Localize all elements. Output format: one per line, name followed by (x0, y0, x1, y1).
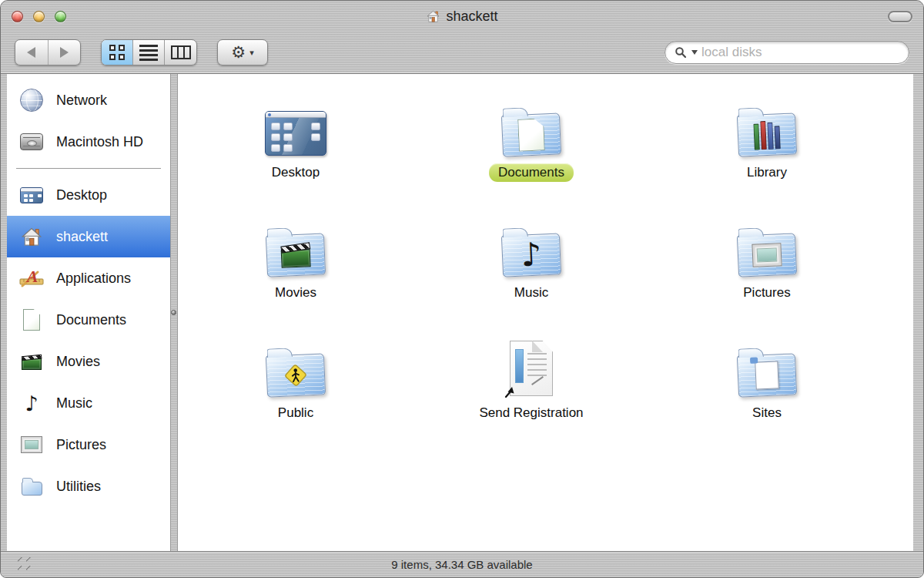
window-title-area: shackett (1, 1, 923, 32)
file-item-sites[interactable]: Sites (649, 325, 885, 445)
file-item-desktop[interactable]: Desktop (178, 85, 413, 205)
file-item-music[interactable]: ♪ Music (413, 205, 649, 325)
title-bar[interactable]: shackett (1, 1, 923, 32)
resize-grip-icon[interactable] (18, 557, 32, 571)
books-icon (753, 120, 781, 150)
back-button[interactable] (15, 40, 49, 65)
back-arrow-icon (27, 47, 35, 58)
icon-view-button[interactable] (102, 40, 133, 65)
movies-clapper-icon (22, 354, 42, 370)
file-item-public[interactable]: Public (178, 325, 413, 445)
file-item-library[interactable]: Library (649, 85, 885, 205)
sidebar-item-desktop[interactable]: Desktop (7, 174, 170, 216)
sidebar-item-shackett[interactable]: shackett (7, 216, 170, 257)
sidebar-item-label: Macintosh HD (56, 134, 143, 150)
pictures-frame-icon (21, 436, 42, 453)
list-view-button[interactable] (133, 40, 165, 65)
forward-button[interactable] (49, 40, 81, 65)
pedestrian-sign-icon (280, 359, 312, 391)
file-item-label-highlighted: Documents (489, 163, 574, 182)
file-item-label: Library (738, 163, 796, 182)
left-frame (1, 74, 7, 551)
file-item-label: Desktop (263, 163, 329, 182)
sidebar-item-movies[interactable]: Movies (7, 341, 170, 382)
icon-view-icon (109, 45, 125, 60)
desktop-mini-icon (20, 187, 43, 203)
column-view-button[interactable] (165, 40, 196, 65)
action-menu-button[interactable]: ⚙ ▾ (217, 39, 268, 66)
documents-folder-icon (501, 113, 561, 156)
window-title: shackett (446, 8, 497, 25)
sidebar-item-label: Applications (56, 271, 131, 287)
file-item-label: Pictures (734, 284, 799, 302)
sidebar-item-pictures[interactable]: Pictures (7, 424, 170, 465)
search-input[interactable] (701, 45, 899, 60)
close-button[interactable] (12, 11, 23, 22)
file-item-movies[interactable]: Movies (178, 205, 413, 325)
icon-view-content: Desktop Documents Library (178, 74, 913, 551)
sidebar-item-label: Desktop (56, 187, 107, 203)
window-body: Network Macintosh HD Desktop (1, 74, 923, 551)
file-item-label: Sites (743, 404, 791, 422)
home-icon (20, 226, 43, 247)
file-item-label: Music (505, 284, 557, 302)
sidebar: Network Macintosh HD Desktop (7, 74, 170, 551)
sidebar-item-utilities[interactable]: Utilities (7, 465, 170, 507)
folder-icon (22, 482, 42, 496)
file-item-send-registration[interactable]: Send Registration (413, 325, 649, 445)
file-item-label: Send Registration (470, 404, 592, 422)
sidebar-divider (16, 168, 161, 169)
music-note-icon: ♪ (25, 393, 38, 414)
applications-icon: A (19, 267, 44, 289)
sidebar-item-label: Network (56, 92, 107, 109)
document-icon (517, 118, 545, 151)
network-globe-icon (20, 89, 43, 112)
pictures-folder-icon (737, 233, 797, 277)
forward-arrow-icon (60, 47, 69, 58)
navigation-buttons (15, 39, 81, 66)
library-folder-icon (737, 113, 797, 156)
webpage-icon (755, 361, 779, 389)
right-frame (913, 74, 923, 551)
file-item-label: Public (269, 404, 323, 422)
gear-icon: ⚙ (231, 45, 246, 61)
caret-down-icon: ▾ (249, 48, 254, 58)
search-field[interactable] (665, 41, 909, 64)
sidebar-item-documents[interactable]: Documents (7, 299, 170, 341)
view-mode-switcher (101, 39, 197, 66)
magnifier-icon (675, 46, 688, 59)
svg-text:A: A (25, 267, 38, 286)
sidebar-item-network[interactable]: Network (7, 79, 170, 121)
sidebar-item-label: Music (56, 395, 92, 412)
toolbar: ⚙ ▾ (1, 32, 923, 74)
sites-folder-icon (737, 353, 797, 397)
zoom-button[interactable] (55, 11, 66, 22)
home-icon (426, 9, 440, 23)
sidebar-item-label: Pictures (56, 437, 106, 453)
window-controls (12, 11, 66, 22)
sidebar-item-applications[interactable]: A Applications (7, 257, 170, 299)
cursor-arrow-icon (504, 385, 516, 398)
search-scope-caret-icon (691, 50, 698, 55)
sidebar-item-label: Movies (56, 354, 100, 370)
document-icon (23, 309, 40, 331)
music-folder-icon: ♪ (501, 233, 561, 277)
music-note-icon: ♪ (521, 238, 543, 271)
minimize-button[interactable] (33, 11, 45, 22)
sidebar-splitter[interactable] (170, 74, 178, 551)
desktop-icon (265, 111, 326, 156)
sidebar-item-music[interactable]: ♪ Music (7, 382, 170, 424)
column-view-icon (171, 45, 191, 59)
send-registration-file-icon (510, 341, 553, 396)
splitter-knob-icon (171, 310, 176, 315)
sidebar-item-label: shackett (56, 229, 108, 245)
toolbar-toggle-button[interactable] (888, 11, 912, 22)
public-folder-icon (266, 353, 326, 397)
file-item-documents[interactable]: Documents (413, 85, 649, 205)
pictures-frame-icon (752, 243, 782, 267)
file-item-pictures[interactable]: Pictures (649, 205, 885, 325)
finder-window: shackett ⚙ ▾ (0, 0, 924, 578)
hard-drive-icon (20, 133, 43, 150)
sidebar-item-macintosh-hd[interactable]: Macintosh HD (7, 121, 170, 163)
file-item-label: Movies (266, 284, 326, 302)
